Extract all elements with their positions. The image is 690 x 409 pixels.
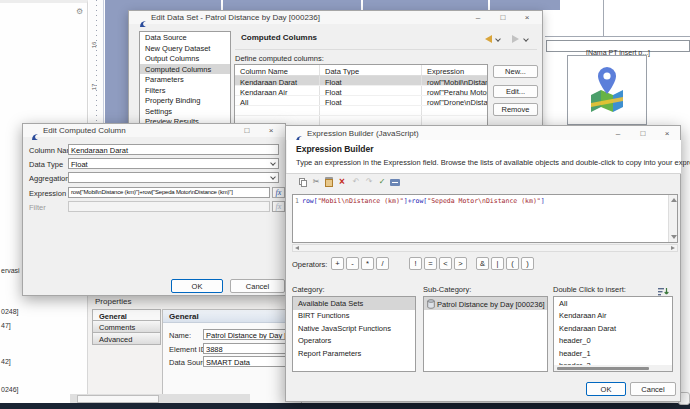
data-type-select[interactable]: Float xyxy=(68,158,279,169)
table-row[interactable]: All Float row["Drone\nDistance xyxy=(235,96,487,106)
table-row[interactable]: Kendaraan Air Float row["Perahu Motor\nD xyxy=(235,86,487,96)
editor-vscrollbar[interactable] xyxy=(668,195,677,242)
empty-cell xyxy=(320,106,422,115)
maximize-icon[interactable]: □ xyxy=(635,128,651,139)
col-header-expression[interactable]: Expression xyxy=(422,65,488,75)
outline-item-fragment[interactable]: 47] xyxy=(1,322,11,329)
delete-icon[interactable]: × xyxy=(336,176,348,188)
properties-tab[interactable]: Properties xyxy=(95,297,131,306)
category-item[interactable]: BIRT Functions xyxy=(293,310,415,323)
operator-button[interactable]: ( xyxy=(506,257,519,270)
operator-button[interactable]: < xyxy=(439,257,452,270)
minimize-icon[interactable]: – xyxy=(470,12,486,23)
copy-icon[interactable] xyxy=(297,176,309,188)
outline-item-fragment[interactable]: 0248] xyxy=(1,308,19,315)
operator-button[interactable]: > xyxy=(454,257,467,270)
operator-button[interactable]: & xyxy=(476,257,489,270)
cut-icon[interactable]: ✂ xyxy=(310,176,322,188)
maximize-icon[interactable]: □ xyxy=(495,12,511,23)
outline-item-fragment[interactable]: 0246] xyxy=(1,386,19,393)
sidebar-item-computed-columns[interactable]: Computed Columns xyxy=(140,64,230,75)
horizontal-scrollbar-thumb[interactable] xyxy=(77,395,159,403)
redo-icon[interactable]: ↷ xyxy=(363,176,375,188)
edit-button[interactable]: Edit... xyxy=(493,85,538,98)
maximize-icon[interactable]: □ xyxy=(239,125,255,136)
dataset-section-list: Data Source New Query Dataset Output Col… xyxy=(139,31,231,128)
expression-code-editor[interactable]: 1 row["Mobil\nDistance (km)"]+row["Seped… xyxy=(292,194,678,243)
scroll-left-icon[interactable] xyxy=(295,246,299,250)
cancel-button[interactable]: Cancel xyxy=(630,382,676,396)
aggregation-select[interactable] xyxy=(68,172,279,183)
operator-button[interactable]: ! xyxy=(409,257,422,270)
sidebar-item-property-binding[interactable]: Property Binding xyxy=(140,95,230,106)
report-header-cell[interactable]: [Nama PT insert p...] xyxy=(546,40,690,52)
category-item[interactable]: Available Data Sets xyxy=(293,297,415,310)
col-header-data-type[interactable]: Data Type xyxy=(320,65,422,75)
undo-icon[interactable]: ↶ xyxy=(350,176,362,188)
insert-item[interactable]: All xyxy=(554,297,672,310)
sidebar-item-filters[interactable]: Filters xyxy=(140,85,230,96)
insert-list-hscroll-thumb[interactable] xyxy=(557,367,649,370)
minimize-icon[interactable]: – xyxy=(610,128,626,139)
insert-item[interactable]: Kendaraan Air xyxy=(554,310,672,323)
properties-tab-comments[interactable]: Comments xyxy=(92,321,161,333)
sidebar-item-data-source[interactable]: Data Source xyxy=(140,32,230,43)
scroll-down-icon[interactable] xyxy=(671,235,677,239)
edit-computed-column-titlebar[interactable]: Edit Computed Column □ × xyxy=(23,124,285,137)
sidebar-item-output-columns[interactable]: Output Columns xyxy=(140,53,230,64)
operator-button[interactable]: * xyxy=(361,257,374,270)
col-header-column-name[interactable]: Column Name xyxy=(235,65,320,75)
remove-button[interactable]: Remove xyxy=(493,103,538,116)
insert-item[interactable]: header_1 xyxy=(554,347,672,360)
forward-arrow-icon[interactable] xyxy=(512,35,519,43)
editor-hscrollbar[interactable] xyxy=(292,244,678,252)
outline-item-fragment[interactable]: 42] xyxy=(1,358,11,365)
operator-button[interactable]: = xyxy=(424,257,437,270)
close-icon[interactable]: × xyxy=(263,125,279,136)
operator-button[interactable]: ) xyxy=(521,257,534,270)
ok-button[interactable]: OK xyxy=(586,382,626,396)
validate-icon[interactable]: ✓ xyxy=(376,176,388,188)
operator-button[interactable]: - xyxy=(346,257,359,270)
expression-field[interactable]: row["Mobil\nDistance (km)"]+row["Sepeda … xyxy=(68,187,270,198)
ok-button[interactable]: OK xyxy=(171,279,223,293)
gear-icon[interactable]: ⚙ xyxy=(76,7,83,16)
category-item[interactable]: Operators xyxy=(293,335,415,348)
editor-margin-band xyxy=(105,0,129,133)
close-icon[interactable]: × xyxy=(659,128,675,139)
scroll-up-icon[interactable] xyxy=(671,198,677,202)
back-arrow-icon[interactable] xyxy=(485,35,492,43)
new-button[interactable]: New... xyxy=(493,65,538,78)
expression-builder-titlebar[interactable]: Expression Builder (JavaScript) – □ × xyxy=(286,126,680,140)
cancel-button[interactable]: Cancel xyxy=(230,279,285,293)
filter-fx-button: fx xyxy=(272,201,285,212)
close-icon[interactable]: × xyxy=(519,12,535,23)
operator-button[interactable]: + xyxy=(331,257,344,270)
vertical-ruler: 16 17 xyxy=(89,0,104,133)
category-item[interactable]: Native JavaScript Functions xyxy=(293,322,415,335)
category-item[interactable]: Report Parameters xyxy=(293,347,415,360)
insert-item[interactable]: header_0 xyxy=(554,335,672,348)
column-name-field[interactable]: Kendaraan Darat xyxy=(68,144,279,155)
outline-item-fragment[interactable]: ervasi xyxy=(1,267,20,274)
sidebar-item-new-query-dataset[interactable]: New Query Dataset xyxy=(140,43,230,54)
properties-tab-advanced[interactable]: Advanced xyxy=(92,333,161,345)
expression-fx-button[interactable]: fx xyxy=(272,187,285,198)
subcategory-item[interactable]: Patrol Distance by Day [000236] xyxy=(424,297,547,310)
paste-icon[interactable] xyxy=(323,176,335,188)
sidebar-item-parameters[interactable]: Parameters xyxy=(140,74,230,85)
insert-item[interactable]: Kendaraan Darat xyxy=(554,322,672,335)
table-row[interactable]: Kendaraan Darat Float row["Mobil\nDistan… xyxy=(235,76,487,86)
table-header-row: Column Name Data Type Expression xyxy=(235,65,487,76)
back-arrow-dropdown-icon[interactable] xyxy=(495,36,501,42)
properties-tab-general[interactable]: General xyxy=(92,309,161,321)
sidebar-item-settings[interactable]: Settings xyxy=(140,106,230,117)
ruler-label: 16 xyxy=(91,42,97,49)
forward-arrow-dropdown-icon[interactable] xyxy=(523,36,529,42)
edit-dataset-titlebar[interactable]: Edit Data Set - Patrol Distance by Day [… xyxy=(129,11,542,24)
operator-button[interactable]: | xyxy=(491,257,504,270)
preview-icon[interactable] xyxy=(389,176,401,188)
scroll-right-icon[interactable] xyxy=(671,246,675,250)
insert-list-hscrollbar[interactable] xyxy=(554,365,672,371)
operator-button[interactable]: / xyxy=(376,257,389,270)
